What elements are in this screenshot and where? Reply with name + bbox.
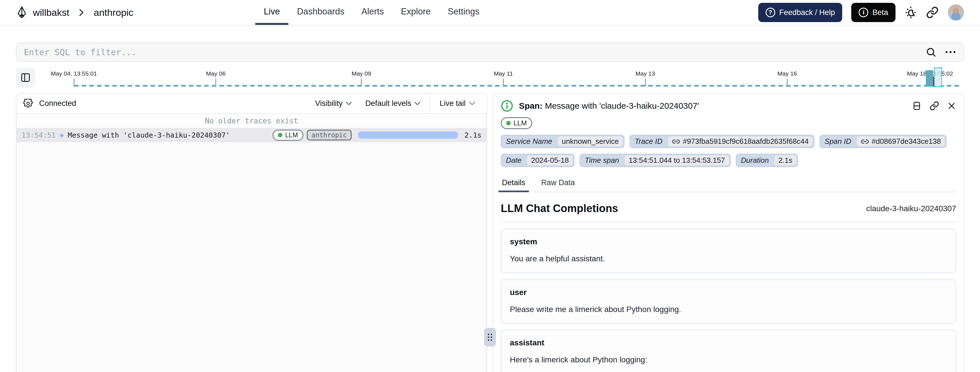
info-circle-icon: i [859,8,868,17]
attr-value-text: unknown_service [562,137,619,146]
attr-label: Duration [737,154,773,166]
sql-filter-bar [16,43,964,62]
default-levels-dropdown[interactable]: Default levels [358,93,427,113]
time-range-histogram[interactable]: May 04, 13:55:01 May 06 May 09 May 11 Ma… [43,67,964,88]
sql-filter-input[interactable] [24,47,917,57]
visibility-label: Visibility [315,99,342,108]
tab-raw-data[interactable]: Raw Data [540,176,576,192]
live-tail-label: Live tail [439,99,466,108]
llm-tag-label: LLM [514,119,527,127]
timeline-tick-label: May 11 [494,70,513,77]
copy-link-icon[interactable] [929,101,939,111]
span-header: Span: Message with 'claude-3-haiku-20240… [493,93,964,115]
attr-value[interactable]: #d08697de343ce138 [857,136,945,146]
logfire-logo-icon[interactable] [16,6,28,19]
span-body: LLM Service Name unknown_service Trace I… [493,115,964,372]
llm-section-header: LLM Chat Completions claude-3-haiku-2024… [501,203,956,215]
span-duration-bar[interactable] [358,131,458,139]
connection-status: Connected [23,98,76,108]
attr-service-name: Service Name unknown_service [501,135,624,148]
feedback-help-button[interactable]: ? Feedback / Help [758,3,842,22]
theme-toggle-icon[interactable] [905,6,917,19]
trace-panel-header: Connected Visibility Default levels Live… [16,93,487,114]
span-attributes-row-1: Service Name unknown_service Trace ID #9… [501,135,956,148]
attr-value-text: #973fba5919cf9c618aafdb2635f68c44 [683,137,809,146]
attr-value: 2.1s [775,155,796,165]
span-title-text: Message with 'claude-3-haiku-20240307' [545,101,699,111]
attr-value-text: 2.1s [778,156,792,165]
breadcrumb-org[interactable]: willbakst [33,7,69,18]
close-icon[interactable] [947,101,956,111]
nav-tab-settings[interactable]: Settings [439,0,488,25]
main-content: Connected Visibility Default levels Live… [16,93,964,372]
nav-tab-explore[interactable]: Explore [393,0,439,25]
span-title: Span: Message with 'claude-3-haiku-20240… [519,101,699,111]
attr-value-text: #d08697de343ce138 [872,137,941,146]
message-card-user: user Please write me a limerick about Py… [501,279,956,324]
section-title: LLM Chat Completions [501,203,618,215]
section-divider [501,222,956,223]
breadcrumb-project[interactable]: anthropic [94,7,133,18]
attr-duration: Duration 2.1s [736,154,798,167]
grip-dots-icon [487,333,493,342]
user-avatar[interactable] [948,4,964,21]
llm-tag-badge: LLM [501,117,532,129]
nav-tab-live[interactable]: Live [255,0,288,25]
search-icon[interactable] [926,47,936,57]
attr-value-text: 13:54:51.044 to 13:54:53.157 [628,156,725,165]
message-text: Please write me a limerick about Python … [510,304,947,315]
attr-value: unknown_service [558,136,623,146]
message-role: assistant [510,338,947,347]
attr-value[interactable]: #973fba5919cf9c618aafdb2635f68c44 [668,136,813,146]
chevron-down-icon [346,101,352,105]
timeline-histogram-spike [926,70,933,87]
span-duration-value: 2.1s [465,131,482,139]
connection-status-label: Connected [39,99,76,108]
sidebar-toggle-icon[interactable] [16,68,35,87]
live-tail-dropdown[interactable]: Live tail [429,93,487,113]
attr-span-id: Span ID #d08697de343ce138 [819,135,947,148]
timeline-row: May 04, 13:55:01 May 06 May 09 May 11 Ma… [16,67,964,88]
timeline-tick-label: May 09 [352,70,371,77]
default-levels-label: Default levels [365,99,411,108]
span-detail-panel: Span: Message with 'claude-3-haiku-20240… [493,93,964,372]
panel-resize-handle[interactable] [484,328,496,347]
llm-status-dot [506,121,511,125]
trace-list: No older traces exist 13:54:51 ◆ Message… [16,114,487,372]
llm-status-dot [278,133,282,137]
link-icon [672,138,680,146]
chevron-down-icon [415,101,420,105]
attr-value: 2024-05-18 [527,155,573,165]
toggle-panel-icon[interactable] [912,101,921,111]
span-header-actions [912,101,956,111]
project-tag-badge[interactable]: anthropic [307,130,352,141]
llm-tag-badge[interactable]: LLM [272,130,304,141]
top-header: willbakst anthropic Live Dashboards Aler… [0,0,980,25]
more-options-icon[interactable] [945,51,956,54]
nav-tab-dashboards[interactable]: Dashboards [288,0,353,25]
link-icon [861,138,869,146]
trace-list-panel: Connected Visibility Default levels Live… [16,93,487,372]
info-circle-green-icon [501,100,513,112]
trace-message: Message with 'claude-3-haiku-20240307' [68,131,230,139]
share-link-icon[interactable] [926,6,939,19]
trace-row-selected[interactable]: 13:54:51 ◆ Message with 'claude-3-haiku-… [16,128,487,142]
main-nav: Live Dashboards Alerts Explore Settings [255,0,488,25]
tab-details[interactable]: Details [501,176,527,192]
visibility-dropdown[interactable]: Visibility [308,93,358,113]
attr-label: Time span [580,154,624,166]
message-role: system [510,237,947,246]
beta-label: Beta [872,8,888,17]
beta-button[interactable]: i Beta [851,3,896,22]
header-actions: ? Feedback / Help i Beta [758,3,964,22]
gear-icon[interactable] [23,98,33,108]
chevron-down-icon [469,101,475,105]
timeline-selection-region[interactable] [934,67,942,87]
nav-tab-alerts[interactable]: Alerts [353,0,392,25]
span-attributes-row-2: Date 2024-05-18 Time span 13:54:51.044 t… [501,154,956,167]
question-circle-icon: ? [765,8,775,17]
message-card-system: system You are a helpful assistant. [501,229,956,273]
message-text: Here's a limerick about Python logging: [510,354,947,366]
span-diamond-icon: ◆ [60,131,64,139]
attr-trace-id: Trace ID #973fba5919cf9c618aafdb2635f68c… [630,135,815,148]
